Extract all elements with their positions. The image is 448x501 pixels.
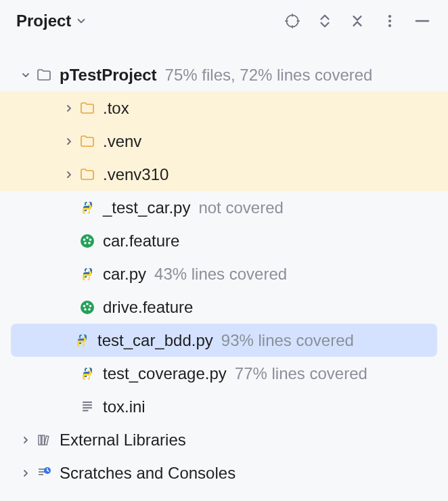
project-root-row[interactable]: pTestProject 75% files, 72% lines covere… xyxy=(0,58,448,91)
svg-point-13 xyxy=(84,242,87,244)
file-name: car.py xyxy=(103,265,146,284)
chevron-right-icon[interactable] xyxy=(16,468,35,479)
coverage-text: 43% lines covered xyxy=(154,265,287,284)
minimize-icon[interactable] xyxy=(407,6,437,36)
tree-file-row[interactable]: car.py 43% lines covered xyxy=(0,257,448,290)
external-libraries-label: External Libraries xyxy=(60,431,186,450)
project-tree: pTestProject 75% files, 72% lines covere… xyxy=(0,42,448,489)
tree-folder-row[interactable]: .venv310 xyxy=(0,158,448,191)
coverage-text: not covered xyxy=(198,198,283,217)
svg-point-11 xyxy=(83,238,86,241)
chevron-right-icon[interactable] xyxy=(60,136,79,147)
file-name: tox.ini xyxy=(103,397,145,416)
view-mode-dropdown[interactable]: Project xyxy=(16,12,87,30)
cucumber-file-icon xyxy=(79,232,96,250)
coverage-text: 75% files, 72% lines covered xyxy=(165,66,373,85)
tree-file-row[interactable]: drive.feature xyxy=(0,290,448,324)
more-options-icon[interactable] xyxy=(375,6,405,36)
svg-point-9 xyxy=(81,234,94,248)
chevron-right-icon[interactable] xyxy=(60,103,79,114)
collapse-all-icon[interactable] xyxy=(342,6,372,36)
python-file-icon xyxy=(79,365,96,383)
project-tool-window: Project pT xyxy=(0,0,448,501)
svg-point-18 xyxy=(89,305,92,307)
expand-collapse-icon[interactable] xyxy=(310,6,340,36)
svg-point-16 xyxy=(86,303,89,305)
project-root-name: pTestProject xyxy=(60,66,157,85)
svg-rect-25 xyxy=(39,435,41,445)
python-file-icon xyxy=(79,265,96,283)
chevron-down-icon xyxy=(75,15,87,27)
coverage-text: 77% lines covered xyxy=(235,364,367,383)
tree-file-row-selected[interactable]: test_car_bdd.py 93% lines covered xyxy=(11,324,437,357)
folder-name: .venv310 xyxy=(103,165,169,184)
library-icon xyxy=(35,431,53,449)
svg-point-15 xyxy=(81,301,94,314)
tree-file-row[interactable]: test_coverage.py 77% lines covered xyxy=(0,357,448,390)
svg-point-5 xyxy=(388,15,391,18)
file-name: drive.feature xyxy=(103,298,193,317)
svg-rect-26 xyxy=(42,435,45,445)
cucumber-file-icon xyxy=(79,299,96,316)
chevron-right-icon[interactable] xyxy=(16,435,35,445)
scratches-consoles-row[interactable]: Scratches and Consoles xyxy=(0,456,448,489)
locate-icon[interactable] xyxy=(277,6,307,36)
chevron-down-icon[interactable] xyxy=(16,70,35,81)
svg-point-7 xyxy=(388,24,391,27)
file-name: car.feature xyxy=(103,232,179,250)
tree-file-row[interactable]: _test_car.py not covered xyxy=(0,191,448,224)
svg-point-20 xyxy=(88,308,91,311)
python-file-icon xyxy=(73,332,91,349)
file-name: test_car_bdd.py xyxy=(97,331,213,350)
folder-excluded-icon xyxy=(79,100,96,117)
external-libraries-row[interactable]: External Libraries xyxy=(0,423,448,456)
folder-name: .venv xyxy=(103,132,141,151)
text-file-icon xyxy=(79,398,96,416)
folder-excluded-icon xyxy=(79,133,96,150)
svg-rect-27 xyxy=(45,435,49,444)
scratches-icon xyxy=(35,464,53,482)
tree-folder-row[interactable]: .tox xyxy=(0,91,448,125)
tree-file-row[interactable]: tox.ini xyxy=(0,390,448,423)
folder-name: .tox xyxy=(103,99,129,118)
tree-file-row[interactable]: car.feature xyxy=(0,224,448,257)
panel-title: Project xyxy=(16,12,71,30)
svg-point-0 xyxy=(286,15,298,26)
file-name: test_coverage.py xyxy=(103,364,227,383)
tree-folder-row[interactable]: .venv xyxy=(0,125,448,158)
scratches-consoles-label: Scratches and Consoles xyxy=(60,464,236,483)
file-name: _test_car.py xyxy=(103,198,190,217)
svg-point-12 xyxy=(89,238,92,241)
python-file-icon xyxy=(79,199,96,217)
header: Project xyxy=(0,0,448,42)
svg-point-14 xyxy=(88,242,91,244)
chevron-right-icon[interactable] xyxy=(60,169,79,180)
svg-point-6 xyxy=(388,20,391,22)
svg-point-17 xyxy=(83,305,86,307)
folder-icon xyxy=(35,66,53,84)
svg-point-19 xyxy=(84,308,87,311)
folder-excluded-icon xyxy=(79,166,96,183)
svg-point-10 xyxy=(86,236,89,239)
coverage-text: 93% lines covered xyxy=(221,331,354,350)
